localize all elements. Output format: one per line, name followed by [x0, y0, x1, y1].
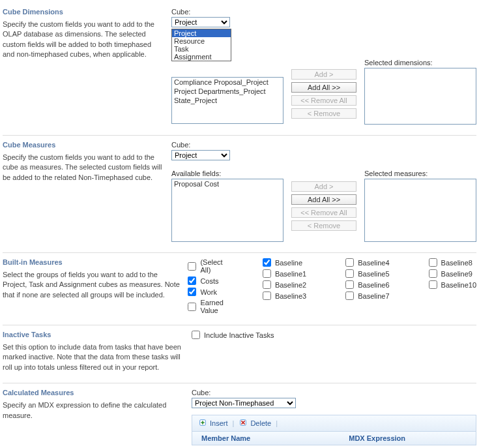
remove-all-button[interactable]: << Remove All	[291, 207, 356, 218]
cube-dropdown-open[interactable]: Project Resource Task Assignment	[171, 29, 231, 61]
cb-costs[interactable]: Costs	[188, 276, 223, 285]
th-mdx-expression[interactable]: MDX Expression	[340, 432, 476, 445]
desc-calculated-measures: Specify an MDX expression to define the …	[3, 400, 185, 421]
delete-button[interactable]: Delete	[237, 417, 273, 429]
th-member-name[interactable]: Member Name	[192, 432, 340, 445]
delete-icon	[239, 418, 248, 428]
divider: |	[276, 419, 278, 427]
add-button[interactable]: Add >	[291, 69, 356, 80]
list-item[interactable]: Proposal Cost	[172, 179, 283, 188]
cb-select-all[interactable]: (Select All)	[188, 258, 223, 274]
left-col: Inactive Tasks Set this option to includ…	[3, 331, 192, 372]
cb-baseline7[interactable]: Baseline7	[345, 291, 389, 300]
selected-dimensions-label: Selected dimensions:	[364, 59, 476, 67]
insert-button[interactable]: Insert	[196, 417, 230, 429]
left-col: Cube Dimensions Specify the custom field…	[3, 8, 171, 125]
available-measures-list[interactable]: Proposal Cost	[171, 179, 283, 242]
cube-select-calculated[interactable]: Project Non-Timephased	[192, 398, 296, 408]
dropdown-item-project[interactable]: Project	[172, 29, 231, 37]
list-item[interactable]: State_Project	[172, 96, 283, 105]
desc-cube-dimensions: Specify the custom fields you want to ad…	[3, 20, 165, 60]
cb-baseline3[interactable]: Baseline3	[263, 291, 306, 300]
cb-baseline10[interactable]: Baseline10	[429, 280, 476, 289]
cb-baseline2[interactable]: Baseline2	[263, 280, 306, 289]
remove-button[interactable]: < Remove	[291, 220, 356, 231]
section-inactive-tasks: Inactive Tasks Set this option to includ…	[3, 325, 476, 383]
cb-include-inactive[interactable]: Include Inactive Tasks	[192, 331, 476, 339]
calculated-toolbar: Insert | Delete |	[192, 415, 476, 432]
section-builtin-measures: Built-in Measures Select the groups of f…	[3, 253, 476, 325]
cb-baseline1[interactable]: Baseline1	[263, 269, 306, 278]
cube-select-dimensions[interactable]: Project	[171, 17, 230, 27]
section-cube-dimensions: Cube Dimensions Specify the custom field…	[3, 3, 476, 136]
right-col: Include Inactive Tasks	[192, 331, 476, 372]
cb-baseline9[interactable]: Baseline9	[429, 269, 476, 278]
desc-builtin-measures: Select the groups of fields you want to …	[3, 270, 181, 300]
selected-dimensions-list[interactable]	[364, 68, 476, 125]
list-item[interactable]: Project Departments_Project	[172, 87, 283, 96]
cb-baseline6[interactable]: Baseline6	[345, 280, 389, 289]
cb-baseline[interactable]: Baseline	[263, 258, 306, 267]
left-col: Built-in Measures Select the groups of f…	[3, 258, 188, 314]
cb-work[interactable]: Work	[188, 288, 223, 296]
cube-label: Cube:	[171, 8, 476, 16]
cube-label: Cube:	[192, 389, 476, 396]
divider: |	[233, 419, 235, 427]
dropdown-item-assignment[interactable]: Assignment	[172, 53, 231, 61]
cb-baseline4[interactable]: Baseline4	[345, 258, 389, 267]
section-cube-measures: Cube Measures Specify the custom fields …	[3, 136, 476, 253]
left-col: Cube Measures Specify the custom fields …	[3, 141, 171, 242]
add-all-button[interactable]: Add All >>	[291, 194, 356, 205]
available-dimensions-list[interactable]: Compliance Proposal_Project Project Depa…	[171, 77, 283, 124]
selected-measures-list[interactable]	[364, 179, 476, 242]
heading-cube-dimensions: Cube Dimensions	[3, 8, 165, 16]
heading-builtin-measures: Built-in Measures	[3, 258, 181, 266]
remove-all-button[interactable]: << Remove All	[291, 95, 356, 106]
right-col: Cube: Project Project Resource Task Assi…	[171, 8, 476, 125]
add-all-button[interactable]: Add All >>	[291, 82, 356, 93]
calculated-table: Member Name MDX Expression	[192, 432, 476, 445]
heading-calculated-measures: Calculated Measures	[3, 389, 185, 396]
heading-cube-measures: Cube Measures	[3, 141, 165, 149]
remove-button[interactable]: < Remove	[291, 108, 356, 119]
dropdown-item-resource[interactable]: Resource	[172, 37, 231, 45]
desc-inactive-tasks: Set this option to include data from tas…	[3, 342, 185, 372]
cb-earned-value[interactable]: Earned Value	[188, 299, 223, 314]
section-calculated-measures: Calculated Measures Specify an MDX expre…	[3, 383, 476, 448]
insert-icon	[198, 418, 207, 428]
cb-baseline5[interactable]: Baseline5	[345, 269, 389, 278]
available-fields-label: Available fields:	[171, 170, 283, 177]
left-col: Calculated Measures Specify an MDX expre…	[3, 389, 192, 445]
selected-measures-label: Selected measures:	[364, 170, 476, 177]
desc-cube-measures: Specify the custom fields you want to ad…	[3, 153, 165, 183]
add-button[interactable]: Add >	[291, 181, 356, 192]
cube-select-measures[interactable]: Project	[171, 150, 230, 160]
heading-inactive-tasks: Inactive Tasks	[3, 331, 185, 338]
list-item[interactable]: Compliance Proposal_Project	[172, 78, 283, 87]
right-col: Cube: Project Non-Timephased Insert | De…	[192, 389, 476, 445]
right-col: Cube: Project Available fields: Proposal…	[171, 141, 476, 242]
right-col: (Select All) Costs Work Earned Value Bas…	[188, 258, 476, 314]
cube-label: Cube:	[171, 141, 476, 149]
cb-baseline8[interactable]: Baseline8	[429, 258, 476, 267]
dropdown-item-task[interactable]: Task	[172, 45, 231, 53]
